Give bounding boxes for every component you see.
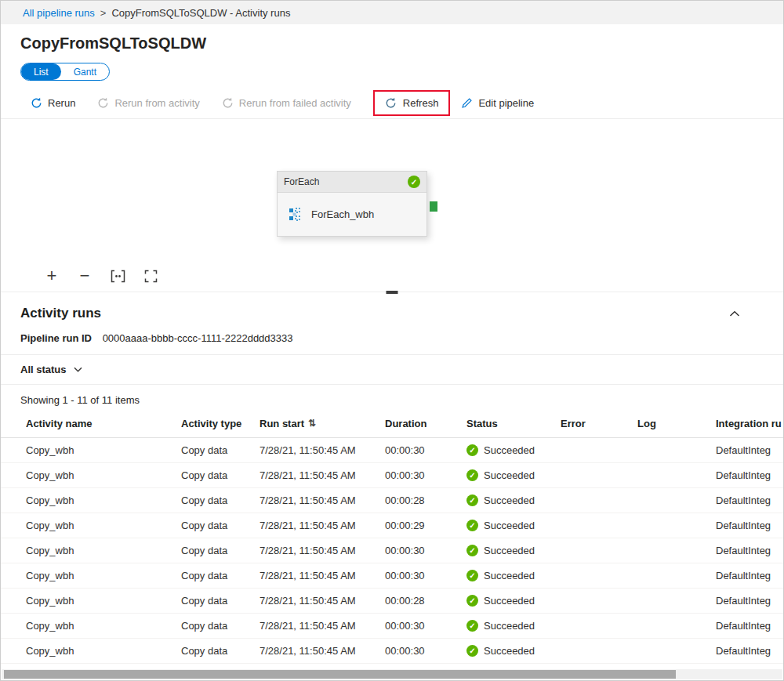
pipeline-run-id-row: Pipeline run ID 0000aaaa-bbbb-cccc-1111-… bbox=[1, 321, 783, 355]
rerun-from-failed-activity-label: Rerun from failed activity bbox=[239, 97, 351, 109]
edit-pipeline-label: Edit pipeline bbox=[478, 97, 534, 109]
cell-duration: 00:00:30 bbox=[385, 469, 466, 481]
status-filter-dropdown[interactable]: All status bbox=[1, 355, 783, 385]
cell-run-start: 7/28/21, 11:50:45 AM bbox=[260, 545, 385, 556]
header-integration-runtime[interactable]: Integration ru bbox=[716, 418, 783, 429]
header-activity-name[interactable]: Activity name bbox=[26, 418, 181, 429]
succeeded-check-icon: ✓ bbox=[466, 520, 478, 531]
pipeline-run-id-value: 0000aaaa-bbbb-cccc-1111-2222dddd3333 bbox=[103, 332, 293, 344]
cell-activity-type: Copy data bbox=[181, 444, 260, 456]
activity-runs-title: Activity runs bbox=[20, 306, 101, 321]
cell-activity-name: Copy_wbh bbox=[26, 545, 181, 556]
cell-run-start: 7/28/21, 11:50:45 AM bbox=[260, 494, 385, 506]
pipeline-canvas: ForEach ✓ ForEach_wbh bbox=[1, 119, 783, 260]
succeeded-check-icon: ✓ bbox=[466, 570, 478, 581]
node-header: ForEach ✓ bbox=[278, 172, 426, 193]
cell-integration-runtime: DefaultInteg bbox=[716, 620, 783, 632]
zoom-reset-icon[interactable] bbox=[101, 270, 134, 283]
cell-run-start: 7/28/21, 11:50:45 AM bbox=[260, 570, 385, 581]
toggle-gantt[interactable]: Gantt bbox=[61, 63, 109, 80]
cell-duration: 00:00:30 bbox=[385, 545, 466, 556]
table-row: Copy_wbh Copy data 7/28/21, 11:50:45 AM … bbox=[1, 488, 783, 513]
status-text: Succeeded bbox=[484, 444, 535, 456]
cell-integration-runtime: DefaultInteg bbox=[716, 545, 783, 556]
status-text: Succeeded bbox=[484, 620, 535, 632]
rerun-from-activity-icon bbox=[97, 97, 109, 109]
cell-activity-name: Copy_wbh bbox=[26, 570, 181, 581]
refresh-button[interactable]: Refresh bbox=[373, 90, 451, 116]
status-text: Succeeded bbox=[484, 520, 535, 531]
cell-activity-name: Copy_wbh bbox=[26, 494, 181, 506]
rerun-from-activity-button[interactable]: Rerun from activity bbox=[97, 97, 199, 109]
cell-status: ✓ Succeeded bbox=[466, 620, 561, 632]
sort-ascending-icon: ⇅ bbox=[308, 418, 316, 429]
cell-run-start: 7/28/21, 11:50:45 AM bbox=[260, 620, 385, 632]
pencil-icon bbox=[461, 97, 473, 109]
cell-activity-type: Copy data bbox=[181, 545, 260, 556]
cell-activity-type: Copy data bbox=[181, 469, 260, 481]
cell-duration: 00:00:29 bbox=[385, 520, 466, 531]
table-row: Copy_wbh Copy data 7/28/21, 11:50:45 AM … bbox=[1, 639, 783, 664]
edit-pipeline-button[interactable]: Edit pipeline bbox=[461, 97, 534, 109]
collapse-chevron-up-icon[interactable] bbox=[729, 310, 740, 317]
zoom-fit-icon[interactable] bbox=[134, 270, 167, 283]
toggle-list[interactable]: List bbox=[21, 63, 61, 80]
succeeded-check-icon: ✓ bbox=[466, 595, 478, 607]
node-name-label: ForEach_wbh bbox=[311, 208, 374, 220]
chevron-down-icon bbox=[74, 367, 82, 372]
rerun-label: Rerun bbox=[48, 97, 75, 109]
horizontal-scrollbar-thumb[interactable] bbox=[4, 670, 676, 679]
header-duration[interactable]: Duration bbox=[385, 418, 466, 429]
cell-activity-type: Copy data bbox=[181, 620, 260, 632]
pipeline-run-id-label: Pipeline run ID bbox=[20, 332, 92, 344]
succeeded-check-icon: ✓ bbox=[466, 545, 478, 556]
zoom-in-icon[interactable]: + bbox=[35, 269, 68, 283]
status-text: Succeeded bbox=[484, 595, 535, 607]
table-row: Copy_wbh Copy data 7/28/21, 11:50:45 AM … bbox=[1, 614, 783, 639]
header-log[interactable]: Log bbox=[637, 418, 716, 429]
cell-activity-type: Copy data bbox=[181, 520, 260, 531]
breadcrumb-separator: > bbox=[100, 7, 107, 19]
succeeded-check-icon: ✓ bbox=[466, 620, 478, 632]
rerun-icon bbox=[31, 97, 42, 109]
page-title: CopyFromSQLToSQLDW bbox=[20, 34, 783, 53]
cell-activity-name: Copy_wbh bbox=[26, 645, 181, 657]
node-output-port[interactable] bbox=[430, 201, 437, 212]
succeeded-check-icon: ✓ bbox=[466, 444, 478, 456]
rerun-from-failed-activity-button[interactable]: Rerun from failed activity bbox=[222, 97, 351, 109]
node-succeeded-icon: ✓ bbox=[408, 176, 420, 188]
status-text: Succeeded bbox=[484, 570, 535, 581]
header-error[interactable]: Error bbox=[561, 418, 637, 429]
header-status[interactable]: Status bbox=[466, 418, 561, 429]
horizontal-scrollbar[interactable] bbox=[2, 669, 782, 679]
table-row: Copy_wbh Copy data 7/28/21, 11:50:45 AM … bbox=[1, 438, 783, 463]
cell-activity-name: Copy_wbh bbox=[26, 520, 181, 531]
cell-status: ✓ Succeeded bbox=[466, 595, 561, 607]
cell-integration-runtime: DefaultInteg bbox=[716, 645, 783, 657]
table-body: Copy_wbh Copy data 7/28/21, 11:50:45 AM … bbox=[1, 438, 783, 664]
cell-status: ✓ Succeeded bbox=[466, 444, 561, 456]
rerun-button[interactable]: Rerun bbox=[31, 97, 75, 109]
table-row: Copy_wbh Copy data 7/28/21, 11:50:45 AM … bbox=[1, 513, 783, 538]
cell-integration-runtime: DefaultInteg bbox=[716, 595, 783, 607]
cell-status: ✓ Succeeded bbox=[466, 469, 561, 481]
cell-status: ✓ Succeeded bbox=[466, 645, 561, 657]
splitter-drag-handle[interactable] bbox=[387, 291, 398, 294]
toolbar: Rerun Rerun from activity Rerun from fai… bbox=[1, 88, 783, 119]
table-row: Copy_wbh Copy data 7/28/21, 11:50:45 AM … bbox=[1, 563, 783, 589]
cell-integration-runtime: DefaultInteg bbox=[716, 469, 783, 481]
cell-duration: 00:00:30 bbox=[385, 645, 466, 657]
activity-runs-header: Activity runs bbox=[1, 292, 783, 321]
zoom-out-icon[interactable]: − bbox=[68, 269, 101, 283]
cell-integration-runtime: DefaultInteg bbox=[716, 444, 783, 456]
cell-activity-type: Copy data bbox=[181, 595, 260, 607]
table-header-row: Activity name Activity type Run start ⇅ … bbox=[1, 409, 783, 438]
status-text: Succeeded bbox=[484, 469, 535, 481]
header-activity-type[interactable]: Activity type bbox=[181, 418, 260, 429]
status-filter-label: All status bbox=[20, 364, 67, 375]
breadcrumb-all-pipeline-runs-link[interactable]: All pipeline runs bbox=[23, 7, 95, 19]
cell-duration: 00:00:28 bbox=[385, 595, 466, 607]
header-run-start[interactable]: Run start ⇅ bbox=[260, 418, 385, 429]
foreach-activity-node[interactable]: ForEach ✓ ForEach_wbh bbox=[277, 171, 427, 237]
rerun-from-activity-label: Rerun from activity bbox=[114, 97, 199, 109]
